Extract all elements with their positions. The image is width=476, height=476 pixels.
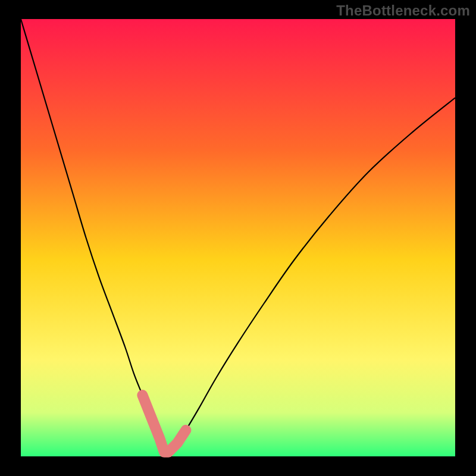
watermark-text: TheBottleneck.com (336, 2, 470, 19)
chart-frame: TheBottleneck.com (0, 0, 476, 476)
bottleneck-curve-chart (0, 0, 476, 476)
